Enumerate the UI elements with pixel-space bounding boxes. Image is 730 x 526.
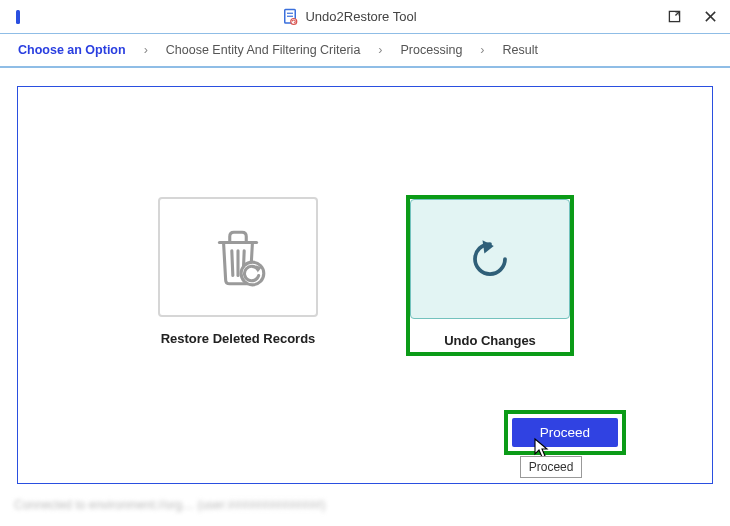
svg-rect-0 — [16, 10, 20, 24]
maximize-icon — [668, 10, 681, 23]
breadcrumb-step-result[interactable]: Result — [503, 43, 538, 57]
breadcrumb-step-processing[interactable]: Processing — [401, 43, 463, 57]
trash-restore-icon — [205, 224, 271, 290]
proceed-tooltip: Proceed — [520, 456, 583, 478]
content-panel: Restore Deleted Records Undo Changes Pro… — [17, 86, 713, 484]
status-bar: Connected to environment://org… (user:##… — [0, 494, 730, 516]
svg-line-9 — [232, 251, 233, 276]
chevron-right-icon: › — [378, 43, 382, 57]
window-controls — [664, 7, 720, 27]
svg-point-4 — [291, 18, 297, 24]
breadcrumb-step-choose-entity[interactable]: Choose Entity And Filtering Criteria — [166, 43, 361, 57]
options-row: Restore Deleted Records Undo Changes — [18, 197, 712, 354]
breadcrumb-step-choose-option[interactable]: Choose an Option — [18, 43, 126, 57]
proceed-highlight: Proceed — [504, 410, 626, 455]
proceed-button[interactable]: Proceed — [512, 418, 618, 447]
titlebar-title-area: Undo2Restore Tool — [34, 8, 664, 26]
option-label: Restore Deleted Records — [161, 331, 316, 346]
chevron-right-icon: › — [144, 43, 148, 57]
undo-icon — [460, 229, 520, 289]
maximize-button[interactable] — [664, 7, 684, 27]
option-undo-changes[interactable]: Undo Changes — [408, 197, 572, 354]
chevron-right-icon: › — [480, 43, 484, 57]
proceed-area: Proceed Proceed — [504, 410, 626, 455]
option-card — [410, 199, 570, 319]
titlebar: Undo2Restore Tool — [0, 0, 730, 34]
document-icon — [281, 8, 299, 26]
option-label: Undo Changes — [444, 333, 536, 348]
close-icon — [704, 10, 717, 23]
option-restore-deleted-records[interactable]: Restore Deleted Records — [158, 197, 318, 354]
app-icon — [10, 9, 26, 25]
option-card — [158, 197, 318, 317]
close-button[interactable] — [700, 7, 720, 27]
window-title: Undo2Restore Tool — [305, 9, 416, 24]
breadcrumb: Choose an Option › Choose Entity And Fil… — [0, 34, 730, 68]
titlebar-app-icon — [10, 9, 34, 25]
